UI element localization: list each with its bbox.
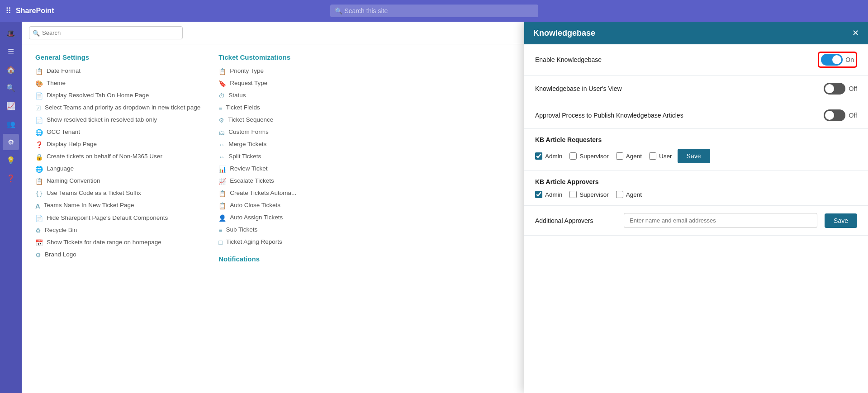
- list-item[interactable]: 📋 Naming Convention: [35, 177, 200, 185]
- item-icon: ⚙: [218, 117, 224, 124]
- topbar-search: 🔍: [330, 5, 538, 17]
- item-icon: {}: [35, 190, 43, 197]
- list-item[interactable]: ❓ Display Help Page: [35, 141, 200, 148]
- requester-agent[interactable]: Agent: [616, 152, 642, 160]
- sidebar-item-search[interactable]: 🔍: [3, 80, 19, 96]
- approval-process-toggle-wrap: Off: [824, 109, 857, 121]
- additional-approvers-save-button[interactable]: Save: [825, 213, 857, 228]
- item-icon: ⏱: [218, 92, 225, 99]
- sidebar-item-hat[interactable]: 🎩: [3, 25, 19, 42]
- item-icon: 📋: [35, 178, 43, 185]
- sidebar-icons: 🎩 ☰ 🏠 🔍 📈 👥 ⚙ 💡 ❓: [0, 22, 22, 393]
- list-item[interactable]: 🎨 Theme: [35, 80, 200, 87]
- kb-requesters-title: KB Article Requesters: [535, 136, 857, 143]
- list-item[interactable]: 🌐 Language: [35, 165, 200, 173]
- approval-process-label: Approval Process to Publish Knowledgebas…: [535, 112, 683, 119]
- knowledgebase-panel: Knowledgebase ✕ Enable Knowledgebase On: [524, 22, 868, 393]
- item-icon: 🌐: [35, 129, 43, 136]
- item-icon: 📋: [218, 202, 226, 209]
- list-item[interactable]: 🔒 Create tickets on behalf of Non-M365 U…: [35, 153, 200, 161]
- approver-admin[interactable]: Admin: [535, 191, 562, 198]
- content-area: 🔍 General Settings 📋 Date Format 🎨 Theme: [22, 22, 868, 393]
- approver-agent-checkbox[interactable]: [616, 191, 623, 198]
- additional-approvers-row: Additional Approvers Save: [524, 206, 868, 236]
- kb-requesters-save-button[interactable]: Save: [678, 149, 710, 163]
- app-name: SharePoint: [16, 7, 54, 15]
- approval-process-toggle[interactable]: [824, 109, 845, 121]
- list-item[interactable]: ↔ Split Tickets: [218, 153, 318, 161]
- list-item[interactable]: □ Ticket Aging Reports: [218, 238, 318, 246]
- list-item[interactable]: 📋 Priority Type: [218, 67, 318, 75]
- approver-supervisor-checkbox[interactable]: [569, 191, 577, 198]
- item-icon: 📄: [35, 215, 43, 222]
- overlay-title: Knowledgebase: [533, 28, 595, 38]
- list-item[interactable]: 🔖 Request Type: [218, 80, 318, 87]
- list-item[interactable]: 📋 Create Tickets Automa...: [218, 189, 318, 197]
- item-icon: 📄: [35, 92, 43, 99]
- list-item[interactable]: 🗂 Custom Forms: [218, 128, 318, 136]
- list-item[interactable]: ☑ Select Teams and priority as dropdown …: [35, 104, 200, 112]
- kb-user-view-toggle-label: Off: [849, 85, 857, 92]
- sidebar-item-home[interactable]: 🏠: [3, 62, 19, 78]
- list-item[interactable]: 📋 Date Format: [35, 67, 200, 75]
- sidebar-item-menu[interactable]: ☰: [3, 43, 19, 60]
- item-icon: ⚙: [35, 251, 41, 259]
- list-item[interactable]: ♻ Recycle Bin: [35, 227, 200, 234]
- list-item[interactable]: ⚙ Ticket Sequence: [218, 116, 318, 124]
- list-item[interactable]: 📄 Display Resolved Tab On Home Page: [35, 92, 200, 99]
- item-icon: ≡: [218, 104, 222, 112]
- list-item[interactable]: 📄 Show resolved ticket in resolved tab o…: [35, 116, 200, 124]
- ticket-customizations-column: Ticket Customizations 📋 Priority Type 🔖 …: [218, 53, 318, 384]
- list-item[interactable]: A Teams Name In New Ticket Page: [35, 202, 200, 210]
- enable-knowledgebase-label: Enable Knowledgebase: [535, 56, 602, 63]
- kb-user-view-toggle-wrap: Off: [824, 83, 857, 95]
- approval-process-row: Approval Process to Publish Knowledgebas…: [524, 102, 868, 129]
- enable-knowledgebase-toggle[interactable]: [821, 54, 843, 66]
- requester-supervisor-checkbox[interactable]: [569, 152, 577, 160]
- list-item[interactable]: ⏱ Status: [218, 92, 318, 99]
- ticket-customizations-title: Ticket Customizations: [218, 53, 318, 61]
- list-item[interactable]: ⚙ Brand Logo: [35, 251, 200, 259]
- sidebar-item-help[interactable]: ❓: [3, 170, 19, 186]
- list-item[interactable]: ↔ Merge Tickets: [218, 141, 318, 148]
- kb-user-view-label: Knowledgebase in User's View: [535, 85, 622, 92]
- approver-supervisor[interactable]: Supervisor: [569, 191, 609, 198]
- requester-supervisor[interactable]: Supervisor: [569, 152, 609, 160]
- approver-admin-checkbox[interactable]: [535, 191, 542, 198]
- topbar-search-input[interactable]: [330, 5, 538, 17]
- grid-icon[interactable]: ⠿: [5, 6, 11, 16]
- requester-user-checkbox[interactable]: [649, 152, 656, 160]
- item-icon: ♻: [35, 227, 41, 234]
- requester-agent-checkbox[interactable]: [616, 152, 623, 160]
- additional-approvers-input[interactable]: [624, 213, 817, 228]
- list-item[interactable]: {} Use Teams Code as a Ticket Suffix: [35, 189, 200, 197]
- sidebar-item-users[interactable]: 👥: [3, 116, 19, 132]
- requester-user[interactable]: User: [649, 152, 672, 160]
- kb-approvers-section: KB Article Approvers Admin Supervisor Ag…: [524, 171, 868, 206]
- list-item[interactable]: 👤 Auto Assign Tickets: [218, 214, 318, 222]
- kb-user-view-toggle[interactable]: [824, 83, 845, 95]
- item-icon: 🎨: [35, 80, 43, 87]
- list-item[interactable]: 📊 Review Ticket: [218, 165, 318, 173]
- item-icon: 📈: [218, 178, 226, 185]
- sidebar-item-settings[interactable]: ⚙: [3, 134, 19, 150]
- list-item[interactable]: 📄 Hide Sharepoint Page's Default Compone…: [35, 214, 200, 222]
- sidebar-item-analytics[interactable]: 📈: [3, 98, 19, 114]
- list-item[interactable]: 📅 Show Tickets for date range on homepag…: [35, 239, 200, 246]
- overlay-close-button[interactable]: ✕: [852, 28, 859, 38]
- list-item[interactable]: 🌐 GCC Tenant: [35, 128, 200, 136]
- kb-user-view-row: Knowledgebase in User's View Off: [524, 76, 868, 102]
- kb-approvers-title: KB Article Approvers: [535, 178, 857, 185]
- item-icon: 🗂: [218, 129, 225, 136]
- sidebar-item-ideas[interactable]: 💡: [3, 152, 19, 168]
- secondary-search-icon: 🔍: [33, 29, 40, 36]
- list-item[interactable]: ≡ Sub Tickets: [218, 226, 318, 234]
- secondary-search-input[interactable]: [29, 26, 183, 39]
- requester-admin[interactable]: Admin: [535, 152, 562, 160]
- approver-agent[interactable]: Agent: [616, 191, 642, 198]
- list-item[interactable]: 📈 Escalate Tickets: [218, 177, 318, 185]
- item-icon: 📄: [35, 117, 43, 124]
- requester-admin-checkbox[interactable]: [535, 152, 542, 160]
- list-item[interactable]: ≡ Ticket Fields: [218, 104, 318, 112]
- list-item[interactable]: 📋 Auto Close Tickets: [218, 202, 318, 209]
